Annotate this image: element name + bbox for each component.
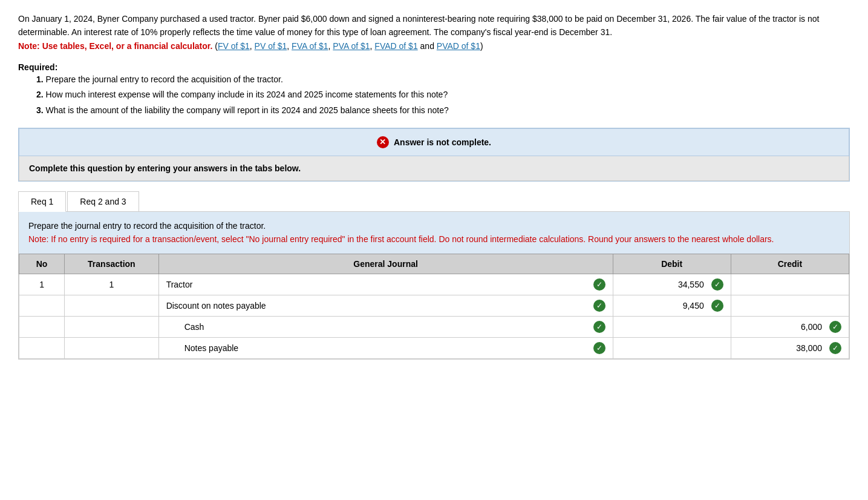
row3-no [19,316,65,337]
tab-req1[interactable]: Req 1 [18,191,66,212]
links-section: (FV of $1, PV of $1, FVA of $1, PVA of $… [215,41,483,51]
row4-no [19,337,65,358]
pv-link[interactable]: PV of $1 [255,41,287,51]
row2-credit[interactable] [731,295,849,316]
required-heading: Required: [18,62,57,72]
required-item-3: 3. What is the amount of the liability t… [36,103,850,118]
complete-banner: Complete this question by entering your … [19,156,849,181]
row3-transaction [65,316,159,337]
pva-link[interactable]: PVA of $1 [333,41,370,51]
row2-gj[interactable]: Discount on notes payable ✓ [158,295,613,316]
check-icon-row2-gj: ✓ [593,300,605,312]
fva-link[interactable]: FVA of $1 [292,41,328,51]
table-row: Notes payable ✓ 38,000 ✓ [19,337,849,358]
row4-transaction [65,337,159,358]
complete-instruction-text: Complete this question by entering your … [29,163,301,173]
row3-gj[interactable]: Cash ✓ [158,316,613,337]
check-icon-row4-credit: ✓ [829,342,841,354]
fvad-link[interactable]: FVAD of $1 [374,41,417,51]
row1-credit[interactable] [731,274,849,295]
row3-debit[interactable] [613,316,731,337]
required-item-1: 1. Prepare the journal entry to record t… [36,72,850,87]
row1-no: 1 [19,274,65,295]
row2-transaction [65,295,159,316]
problem-paragraph: On January 1, 2024, Byner Company purcha… [18,14,819,37]
check-icon-row3-credit: ✓ [829,321,841,333]
tab1-content: Prepare the journal entry to record the … [18,212,850,360]
row3-credit[interactable]: 6,000 ✓ [731,316,849,337]
check-icon-row2-debit: ✓ [711,300,723,312]
x-circle-icon: ✕ [377,136,389,148]
tab1-note-text: Note: If no entry is required for a tran… [28,234,774,244]
check-icon-row1-gj: ✓ [593,278,605,291]
col-header-transaction: Transaction [65,254,159,274]
check-icon-row3-gj: ✓ [593,321,605,333]
note-label: Note: Use tables, Excel, or a financial … [18,41,212,51]
row4-gj[interactable]: Notes payable ✓ [158,337,613,358]
pvad-link[interactable]: PVAD of $1 [437,41,480,51]
fv-link[interactable]: FV of $1 [218,41,250,51]
tab1-instruction-text: Prepare the journal entry to record the … [28,221,266,231]
table-row: Discount on notes payable ✓ 9,450 ✓ [19,295,849,316]
check-icon-row1-debit: ✓ [711,278,723,291]
tabs-row: Req 1 Req 2 and 3 [18,191,850,212]
row2-debit[interactable]: 9,450 ✓ [613,295,731,316]
row2-no [19,295,65,316]
row4-credit[interactable]: 38,000 ✓ [731,337,849,358]
answer-outer-box: ✕ Answer is not complete. Complete this … [18,128,850,182]
journal-table: No Transaction General Journal Debit Cre… [19,254,849,359]
answer-banner: ✕ Answer is not complete. [19,128,849,156]
table-row: 1 1 Tractor ✓ 34,550 ✓ [19,274,849,295]
tab1-instructions: Prepare the journal entry to record the … [19,212,849,254]
problem-text: On January 1, 2024, Byner Company purcha… [18,12,850,53]
required-list: 1. Prepare the journal entry to record t… [36,72,850,118]
row1-transaction: 1 [65,274,159,295]
required-section: Required: 1. Prepare the journal entry t… [18,62,850,118]
required-item-2: 2. How much interest expense will the co… [36,87,850,102]
table-row: Cash ✓ 6,000 ✓ [19,316,849,337]
check-icon-row4-gj: ✓ [593,342,605,354]
col-header-gj: General Journal [158,254,613,274]
col-header-debit: Debit [613,254,731,274]
row1-gj[interactable]: Tractor ✓ [158,274,613,295]
col-header-no: No [19,254,65,274]
answer-banner-text: Answer is not complete. [394,137,491,147]
tab-req2and3[interactable]: Req 2 and 3 [67,191,139,212]
row1-debit[interactable]: 34,550 ✓ [613,274,731,295]
row4-debit[interactable] [613,337,731,358]
col-header-credit: Credit [731,254,849,274]
